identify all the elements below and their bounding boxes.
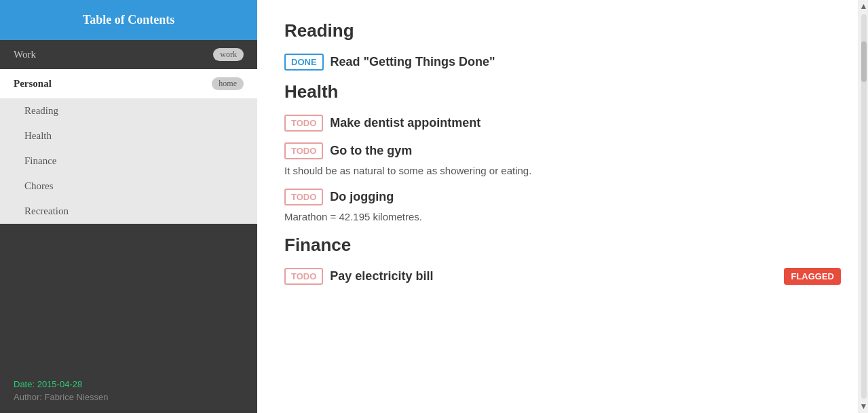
sidebar-item-reading[interactable]: Reading xyxy=(0,98,257,123)
sidebar-item-chores[interactable]: Chores xyxy=(0,174,257,199)
sidebar-title: Table of Contents xyxy=(83,13,174,27)
task-left: TODO Pay electricity bill xyxy=(284,268,433,285)
footer-date: Date: 2015-04-28 xyxy=(14,379,244,389)
task-left: TODO Do jogging xyxy=(284,189,394,205)
badge-flagged: FLAGGED xyxy=(784,268,841,285)
scroll-up-arrow[interactable]: ▲ xyxy=(860,1,868,12)
task-text: Make dentist appointment xyxy=(330,116,480,130)
task-note: It should be as natural to some as showe… xyxy=(284,165,841,176)
sidebar-item-finance[interactable]: Finance xyxy=(0,149,257,174)
sidebar-section-work-label: Work xyxy=(14,49,36,60)
section-heading-health: Health xyxy=(284,81,841,102)
sidebar-item-health[interactable]: Health xyxy=(0,123,257,149)
scrollbar[interactable]: ▲ ▼ xyxy=(858,0,868,413)
sidebar-footer: Date: 2015-04-28 Author: Fabrice Niessen xyxy=(0,368,257,413)
task-note: Marathon = 42.195 kilometres. xyxy=(284,211,841,222)
task-text: Read "Getting Things Done" xyxy=(331,55,495,69)
task-row: TODO Go to the gym xyxy=(284,142,841,159)
task-left: TODO Go to the gym xyxy=(284,142,412,159)
task-row: DONE Read "Getting Things Done" xyxy=(284,54,841,71)
badge-done: DONE xyxy=(284,54,324,71)
task-left: TODO Make dentist appointment xyxy=(284,115,480,132)
main-content: Reading DONE Read "Getting Things Done" … xyxy=(257,0,868,413)
task-row: TODO Do jogging xyxy=(284,189,841,205)
section-heading-finance: Finance xyxy=(284,235,841,256)
sidebar: Table of Contents Work work Personal hom… xyxy=(0,0,257,413)
task-row: TODO Pay electricity bill FLAGGED xyxy=(284,268,841,285)
badge-todo: TODO xyxy=(284,142,323,159)
task-left: DONE Read "Getting Things Done" xyxy=(284,54,495,71)
sidebar-section-work[interactable]: Work work xyxy=(0,40,257,69)
sidebar-section-personal-label: Personal xyxy=(14,78,52,90)
sidebar-section-personal[interactable]: Personal home xyxy=(0,69,257,98)
task-text: Go to the gym xyxy=(330,144,412,158)
sidebar-personal-tag: home xyxy=(212,77,244,90)
sidebar-item-recreation[interactable]: Recreation xyxy=(0,199,257,224)
badge-todo: TODO xyxy=(284,115,323,132)
scrollbar-track[interactable] xyxy=(861,14,867,399)
sidebar-work-tag: work xyxy=(213,48,244,61)
sidebar-subsections: Reading Health Finance Chores Recreation xyxy=(0,98,257,224)
task-text: Pay electricity bill xyxy=(330,269,433,283)
sidebar-header: Table of Contents xyxy=(0,0,257,40)
scroll-down-arrow[interactable]: ▼ xyxy=(860,401,868,412)
scrollbar-thumb[interactable] xyxy=(861,41,867,82)
task-text: Do jogging xyxy=(330,190,394,204)
badge-todo: TODO xyxy=(284,268,323,285)
footer-author: Author: Fabrice Niessen xyxy=(14,392,244,402)
section-heading-reading: Reading xyxy=(284,20,841,41)
task-row: TODO Make dentist appointment xyxy=(284,115,841,132)
badge-todo: TODO xyxy=(284,189,323,205)
